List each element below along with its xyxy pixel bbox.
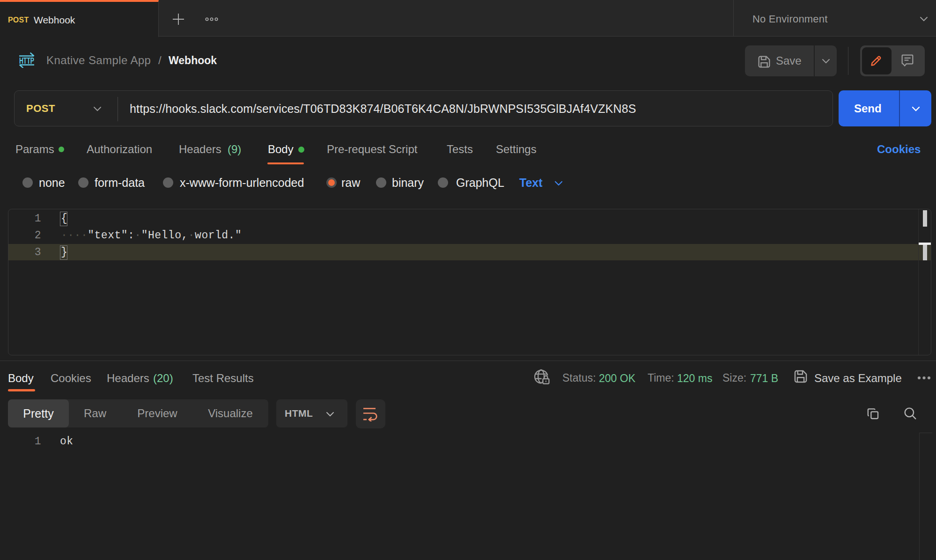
svg-text:HTTP: HTTP	[19, 56, 34, 66]
